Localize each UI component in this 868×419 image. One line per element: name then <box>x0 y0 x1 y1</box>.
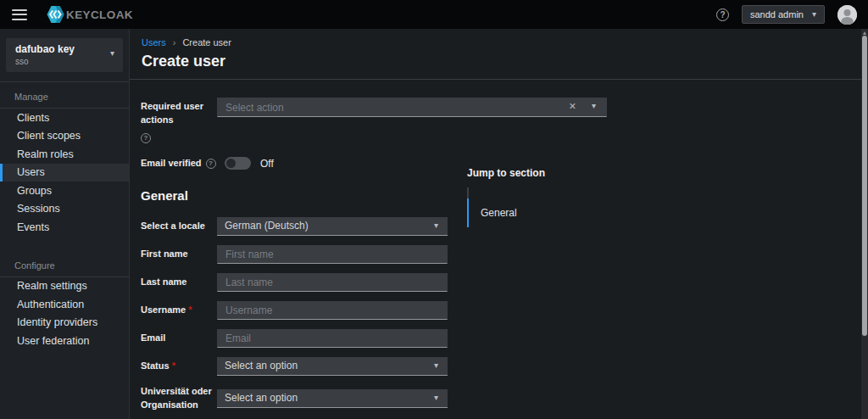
sidebar-item-groups[interactable]: Groups <box>0 182 129 200</box>
jump-nav-track <box>467 187 545 198</box>
required-user-actions-multiselect[interactable]: ✕ ▾ <box>217 98 607 117</box>
email-label: Email <box>141 332 217 345</box>
breadcrumb-current: Create user <box>182 37 231 47</box>
email-verified-label-cell: Email verified ? <box>141 157 217 170</box>
sidebar-item-users[interactable]: Users <box>0 164 129 182</box>
first-name-label: First name <box>141 248 217 261</box>
university-label: Universität oder Organisation <box>141 385 217 412</box>
last-name-field[interactable] <box>217 273 448 292</box>
breadcrumb-separator-icon: › <box>173 37 176 47</box>
help-icon[interactable]: ? <box>141 133 151 143</box>
keycloak-admin-console: KEYCLOAK ? sandd admin ▾ dafubao key sso <box>0 0 868 419</box>
chevron-down-icon: ▾ <box>434 394 438 402</box>
scrollbar-thumb[interactable] <box>862 36 867 336</box>
username-label-cell: Username* <box>141 304 217 317</box>
page-title: Create user <box>142 53 854 70</box>
sidebar: dafubao key sso ▾ Manage Clients Client … <box>0 29 130 419</box>
create-user-form: Required user actions ? ✕ ▾ Email verifi… <box>130 80 868 419</box>
status-select-value: Select an option <box>225 360 298 372</box>
required-user-actions-label: Required user actions <box>141 100 217 127</box>
university-select[interactable]: Select an option ▾ <box>217 389 448 408</box>
page-header: Users › Create user Create user <box>130 29 868 80</box>
jump-link-general[interactable]: General <box>467 198 545 227</box>
sidebar-item-realm-settings[interactable]: Realm settings <box>0 277 129 296</box>
locale-select[interactable]: German (Deutsch) ▾ <box>217 217 448 236</box>
status-label-cell: Status* <box>141 360 217 373</box>
realm-selector[interactable]: dafubao key sso ▾ <box>6 38 123 72</box>
required-indicator: * <box>172 360 175 371</box>
user-menu-dropdown[interactable]: sandd admin ▾ <box>742 5 825 24</box>
sidebar-item-sessions[interactable]: Sessions <box>0 200 129 219</box>
sidebar-item-identity-providers[interactable]: Identity providers <box>0 314 129 332</box>
status-label: Status <box>141 360 170 371</box>
chevron-down-icon: ▾ <box>434 361 438 370</box>
keycloak-logo: KEYCLOAK <box>47 5 133 24</box>
sidebar-item-clients[interactable]: Clients <box>0 109 129 127</box>
breadcrumb: Users › Create user <box>142 37 854 47</box>
hamburger-menu-icon[interactable] <box>12 9 27 20</box>
status-select[interactable]: Select an option ▾ <box>217 357 448 376</box>
required-indicator: * <box>188 304 192 315</box>
jump-to-section-nav: Jump to section General <box>467 167 545 227</box>
breadcrumb-users-link[interactable]: Users <box>142 37 166 47</box>
first-name-field[interactable] <box>217 245 448 264</box>
sidebar-item-realm-roles[interactable]: Realm roles <box>0 145 129 164</box>
vertical-scrollbar[interactable]: ▲ <box>861 29 868 419</box>
username-label: Username <box>141 304 186 315</box>
main-content: Users › Create user Create user Required… <box>130 29 868 419</box>
keycloak-logo-icon <box>47 5 64 24</box>
required-user-actions-label-cell: Required user actions ? <box>141 98 217 143</box>
clear-selection-icon[interactable]: ✕ <box>569 101 576 112</box>
help-icon[interactable]: ? <box>206 159 216 169</box>
chevron-down-icon: ▾ <box>434 221 438 230</box>
locale-label: Select a locale <box>141 220 217 233</box>
nav-section-configure: Configure <box>0 251 129 277</box>
realm-name: dafubao key <box>15 43 114 55</box>
email-verified-state: Off <box>260 158 274 170</box>
required-user-actions-input[interactable] <box>217 98 607 117</box>
jump-to-section-heading: Jump to section <box>467 167 545 179</box>
sidebar-item-client-scopes[interactable]: Client scopes <box>0 127 129 146</box>
avatar[interactable] <box>837 5 857 25</box>
chevron-down-icon[interactable]: ▾ <box>592 102 596 110</box>
email-verified-toggle[interactable] <box>225 157 251 170</box>
nav-section-manage: Manage <box>0 82 129 108</box>
brand-text: KEYCLOAK <box>66 8 133 21</box>
chevron-down-icon: ▾ <box>812 10 816 19</box>
sidebar-item-events[interactable]: Events <box>0 218 129 237</box>
university-select-value: Select an option <box>225 392 298 404</box>
email-verified-label: Email verified <box>141 157 202 170</box>
masthead: KEYCLOAK ? sandd admin ▾ <box>0 0 868 29</box>
chevron-down-icon: ▾ <box>110 49 114 58</box>
email-field[interactable] <box>217 329 448 348</box>
sidebar-item-authentication[interactable]: Authentication <box>0 295 129 314</box>
help-icon[interactable]: ? <box>716 8 729 21</box>
username-field[interactable] <box>217 301 448 320</box>
sidebar-item-user-federation[interactable]: User federation <box>0 332 129 350</box>
locale-select-value: German (Deutsch) <box>225 220 309 232</box>
realm-subtitle: sso <box>15 57 114 66</box>
user-menu-label: sandd admin <box>750 9 804 20</box>
last-name-label: Last name <box>141 276 217 289</box>
